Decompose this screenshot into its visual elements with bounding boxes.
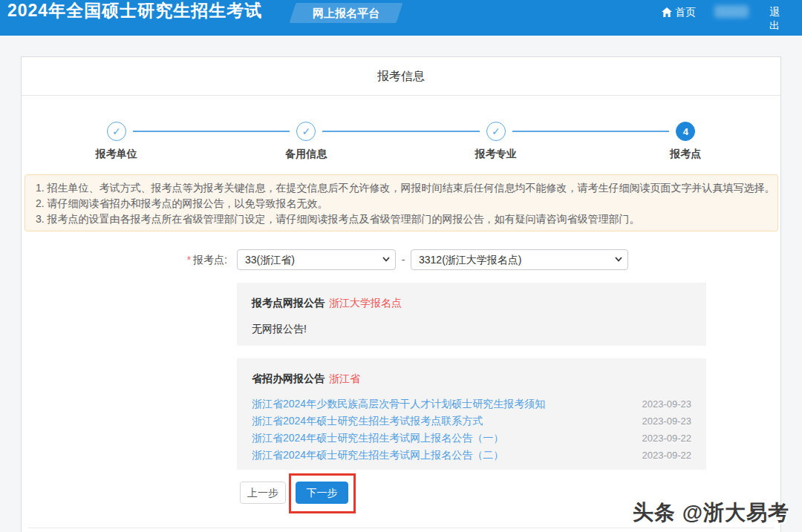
username-redacted (714, 5, 749, 18)
home-label: 首页 (675, 6, 696, 18)
watermark-text: 头条 @浙大易考 (633, 499, 789, 527)
step-label: 备用信息 (285, 148, 327, 161)
step-label: 报考点 (670, 148, 701, 161)
page-title: 报考信息 (22, 57, 780, 96)
step-label: 报考专业 (475, 148, 517, 161)
home-icon (662, 7, 672, 17)
announcement-link[interactable]: 浙江省2024年少数民族高层次骨干人才计划硕士研究生报考须知 (252, 398, 545, 411)
step-label: 报考单位 (96, 148, 137, 161)
notice-line: 2. 请仔细阅读省招办和报考点的网报公告，以免导致报名无效。 (36, 196, 767, 211)
bottom-divider (28, 528, 775, 528)
logout-link[interactable]: 退出 (769, 5, 780, 32)
previous-step-button[interactable]: 上一步 (240, 482, 286, 504)
site-title: 2024年全国硕士研究生招生考试 (7, 0, 262, 21)
exam-site-label: *报考点: (22, 249, 227, 271)
stepper-connector (512, 131, 670, 132)
next-step-button[interactable]: 下一步 (296, 482, 348, 504)
step-current-number: 4 (676, 122, 695, 141)
province-selected-value: 33(浙江省) (245, 254, 295, 266)
step-backup-info: ✓ 备用信息 (212, 104, 402, 163)
chevron-down-icon (382, 257, 390, 262)
exam-site-selected-value: 3312(浙江大学报名点) (419, 254, 521, 266)
notice-line: 1. 招生单位、考试方式、报考点等为报考关键信息，在提交信息后不允许修改，网报时… (36, 180, 767, 196)
step-done-icon: ✓ (107, 122, 126, 141)
required-asterisk: * (187, 254, 191, 266)
notice-line: 3. 报考点的设置由各报考点所在省级管理部门设定，请仔细阅读报考点及省级管理部门… (36, 211, 767, 227)
announcement-row: 浙江省2024年硕士研究生招生考试报考点联系方式 2023-09-23 (252, 413, 691, 430)
announcement-date: 2023-09-23 (642, 398, 692, 410)
stepper-connector (133, 131, 290, 132)
step-major: ✓ 报考专业 (401, 104, 591, 163)
province-announcement-title: 省招办网报公告浙江省 (252, 372, 691, 386)
step-done-icon: ✓ (486, 122, 506, 141)
home-link[interactable]: 首页 (662, 5, 696, 19)
province-announcement-box: 省招办网报公告浙江省 浙江省2024年少数民族高层次骨干人才计划硕士研究生报考须… (237, 358, 706, 470)
announcement-link[interactable]: 浙江省2024年硕士研究生招生考试网上报名公告（二） (252, 449, 503, 462)
stepper-connector (322, 131, 480, 132)
main-card: 报考信息 ✓ 报考单位 ✓ 备用信息 ✓ 报考专业 4 (21, 56, 781, 532)
announcement-date: 2023-09-22 (642, 450, 692, 461)
announcement-link[interactable]: 浙江省2024年硕士研究生招生考试网上报名公告（一） (252, 432, 503, 445)
site-announcement-box: 报考点网报公告浙江大学报名点 无网报公告! (237, 283, 706, 346)
platform-badge: 网上报名平台 (290, 3, 403, 23)
select-separator: - (396, 249, 411, 271)
announcement-row: 浙江省2024年硕士研究生招生考试网上报名公告（二） 2023-09-22 (252, 447, 691, 464)
announcement-link[interactable]: 浙江省2024年硕士研究生招生考试报考点联系方式 (252, 415, 483, 428)
announcement-row: 浙江省2024年硕士研究生招生考试网上报名公告（一） 2023-09-22 (252, 430, 691, 447)
platform-badge-label: 网上报名平台 (293, 3, 400, 23)
chevron-down-icon (615, 257, 622, 262)
progress-stepper: ✓ 报考单位 ✓ 备用信息 ✓ 报考专业 4 报考点 (22, 104, 780, 163)
announcement-row: 浙江省2024年少数民族高层次骨干人才计划硕士研究生报考须知 2023-09-2… (252, 395, 691, 413)
announcement-date: 2023-09-22 (642, 433, 692, 444)
step-exam-site: 4 报考点 (591, 104, 781, 163)
step-unit: ✓ 报考单位 (22, 104, 212, 163)
announcement-list: 浙江省2024年少数民族高层次骨干人才计划硕士研究生报考须知 2023-09-2… (252, 395, 691, 464)
site-announcement-title: 报考点网报公告浙江大学报名点 (252, 297, 691, 310)
province-name-highlight: 浙江省 (329, 372, 360, 384)
exam-site-form-row: *报考点: 33(浙江省) - 3312(浙江大学报名点) (22, 249, 780, 271)
step-done-icon: ✓ (296, 122, 316, 141)
registration-page: 2024年全国硕士研究生招生考试 网上报名平台 首页 退出 报考信息 ✓ 报考单… (0, 0, 802, 532)
exam-site-select[interactable]: 3312(浙江大学报名点) (411, 249, 628, 270)
announcement-date: 2023-09-23 (642, 416, 692, 427)
province-select[interactable]: 33(浙江省) (237, 249, 396, 270)
site-name-highlight: 浙江大学报名点 (329, 297, 402, 309)
notice-box: 1. 招生单位、考试方式、报考点等为报考关键信息，在提交信息后不允许修改，网报时… (25, 174, 778, 231)
site-announcement-content: 无网报公告! (252, 323, 691, 336)
top-header-bar: 2024年全国硕士研究生招生考试 网上报名平台 首页 退出 (0, 0, 802, 36)
